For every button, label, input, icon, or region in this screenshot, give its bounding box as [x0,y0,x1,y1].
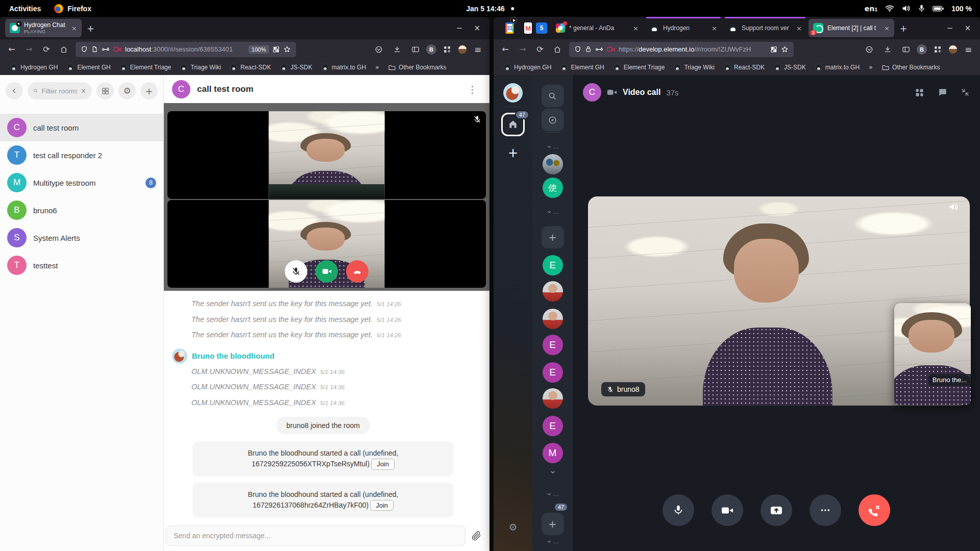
extension-animal-icon[interactable] [948,45,958,54]
pinned-tab-gmail[interactable]: M [516,20,532,36]
layout-grid-icon[interactable] [915,88,924,97]
home-space-button[interactable]: 47 [501,113,525,136]
join-call-button[interactable]: Join [371,459,395,470]
close-tab-icon[interactable]: × [796,24,802,32]
clear-filter-icon[interactable]: ✕ [81,87,86,95]
speaker-volume-icon[interactable] [949,203,959,211]
bookmark-item[interactable]: Triage Wiki [176,62,225,72]
back-chevron-button[interactable] [6,82,23,99]
bookmark-item[interactable]: Element GH [556,62,608,72]
attachment-paperclip-icon[interactable] [472,531,481,541]
settings-gear-button[interactable]: ⚙ [118,82,136,99]
reload-button[interactable]: ⟳ [39,42,54,57]
downloads-icon[interactable] [389,42,405,57]
tab-support-room[interactable]: Support room ver × [724,19,806,37]
tab-hydrogen-chat[interactable]: Hydrogen Chat PLAYING × [5,19,82,37]
split-view-icon[interactable] [273,46,280,53]
user-avatar[interactable] [503,83,523,103]
forward-button[interactable]: → [515,42,530,57]
bookmark-item[interactable]: Hydrogen GH [6,62,62,72]
mute-microphone-button[interactable] [285,260,307,283]
bookmark-star-icon[interactable] [781,45,789,53]
page-info-icon[interactable] [91,45,98,53]
close-tab-icon[interactable]: × [712,24,717,32]
room-avatar-photo[interactable] [543,388,563,409]
bitwarden-extension-icon[interactable]: B [426,44,436,55]
close-window-button[interactable]: × [474,23,480,33]
room-item-multitype-testroom[interactable]: M Multitype testroom 8 [0,169,163,196]
room-avatar-photo[interactable] [543,154,563,174]
extension-animal-icon[interactable] [458,45,467,54]
microphone-button[interactable] [663,494,694,526]
permissions-icon[interactable] [595,46,603,53]
lock-icon[interactable] [585,45,592,53]
home-button[interactable] [56,42,71,57]
new-tab-button[interactable]: + [84,21,98,35]
tab-element-call[interactable]: 2 Element [2] | call t × [808,19,894,37]
split-view-icon[interactable] [770,46,777,53]
create-room-button[interactable]: + [140,82,158,99]
camera-in-use-icon[interactable] [607,46,615,53]
bookmark-item[interactable]: Element GH [63,62,114,72]
sidebar-toggle-icon[interactable] [898,42,914,57]
hangup-button[interactable] [859,494,890,526]
camera-in-use-icon[interactable] [113,46,121,53]
tab-hydrogen-github[interactable]: Hydrogen × [645,19,722,37]
bookmark-item[interactable]: Element Triage [609,62,669,72]
create-space-button[interactable]: + [508,146,518,160]
bookmark-item[interactable]: matrix.to GH [811,62,864,72]
close-tab-icon[interactable]: × [884,24,890,32]
pocket-icon[interactable] [371,42,386,57]
room-avatar-photo[interactable] [543,281,563,302]
grid-view-button[interactable] [96,82,114,99]
close-tab-icon[interactable]: × [71,24,77,32]
zoom-level-chip[interactable]: 100% [249,45,269,54]
pinned-tab-gcal[interactable]: 31 [498,20,514,36]
add-room-button[interactable]: + [542,226,564,248]
collapse-arrows-icon[interactable] [961,88,970,97]
focused-app-menu[interactable]: Firefox [54,4,91,13]
pocket-icon[interactable] [862,42,877,57]
back-button[interactable]: ← [498,42,513,57]
other-bookmarks-folder[interactable]: Other Bookmarks [878,62,944,72]
video-tile-local[interactable] [167,200,486,288]
url-bar[interactable]: localhost:3000/#/session/636553401 100% [76,42,296,57]
add-room-button[interactable]: + [542,513,564,535]
bookmark-item[interactable]: JS-SDK [770,62,810,72]
bookmark-item[interactable]: Hydrogen GH [500,62,555,72]
tab-audio-icon[interactable] [16,20,22,27]
camera-button[interactable] [712,494,743,526]
url-bar[interactable]: https://develop.element.io/#/room/!ZUWvF… [569,42,794,57]
bookmarks-overflow-chevron[interactable]: » [865,63,877,71]
picture-in-picture-self-view[interactable]: Bruno the... [894,303,971,405]
more-options-button[interactable] [810,494,841,526]
filter-rooms-field[interactable]: ✕ [28,82,92,99]
downloads-icon[interactable] [880,42,895,57]
back-button[interactable]: ← [4,42,19,57]
room-avatar[interactable]: C [172,80,190,98]
pinned-tab-calendar[interactable]: 5 [533,20,550,36]
bookmark-item[interactable]: JS-SDK [276,62,316,72]
permissions-icon[interactable] [102,46,110,53]
room-avatar-letter[interactable]: E [543,416,563,436]
composer-field[interactable] [166,525,465,546]
bookmark-item[interactable]: Element Triage [116,62,176,72]
sender-name[interactable]: Bruno the bloodhound [192,352,275,360]
shield-icon[interactable] [81,45,88,53]
section-header-collapsed[interactable]: … [546,491,559,497]
section-header-collapsed[interactable]: … [546,538,559,544]
chat-bubble-icon[interactable] [938,88,947,97]
room-avatar-letter[interactable]: E [543,255,563,276]
video-tile-remote[interactable] [167,111,486,199]
screenshare-button[interactable] [761,494,792,526]
room-item-system-alerts[interactable]: S System Alerts [0,224,163,252]
room-avatar[interactable]: C [583,83,601,102]
forward-button[interactable]: → [21,42,37,57]
bookmark-star-icon[interactable] [283,45,291,53]
tab-slack-general[interactable]: * general - AnDa × [551,19,643,37]
room-item-bruno6[interactable]: B bruno6 [0,196,163,224]
minimize-window-button[interactable]: − [947,23,953,33]
other-bookmarks-folder[interactable]: Other Bookmarks [384,62,450,72]
extensions-icon[interactable] [930,42,945,57]
shield-icon[interactable] [574,45,581,53]
